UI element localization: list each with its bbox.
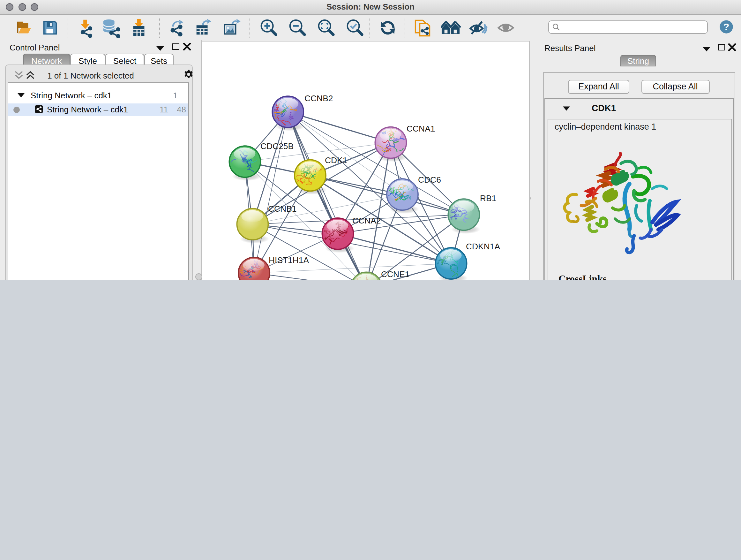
svg-text:CDC25B: CDC25B [260,141,293,151]
svg-text:CCNB2: CCNB2 [305,93,333,103]
svg-text:CCNB1: CCNB1 [268,204,296,213]
svg-text:CCNE1: CCNE1 [381,269,409,279]
svg-text:CDKN1A: CDKN1A [466,241,500,251]
svg-text:HIST1H1A: HIST1H1A [269,255,309,265]
svg-text:CCNA2: CCNA2 [352,215,381,225]
svg-text:?: ? [724,21,729,32]
svg-text:RB1: RB1 [480,193,496,203]
svg-text:CDC6: CDC6 [418,175,441,184]
svg-text:CDK1: CDK1 [325,155,347,165]
svg-text:CCNA1: CCNA1 [407,124,435,133]
